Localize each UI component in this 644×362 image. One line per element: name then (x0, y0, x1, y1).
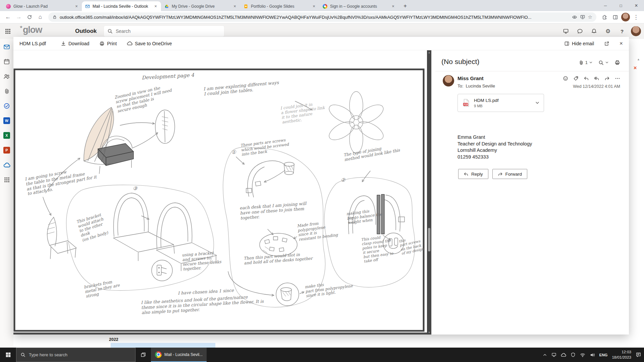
close-preview-icon[interactable]: × (620, 41, 623, 46)
outlook-search-box[interactable] (104, 26, 224, 37)
scroll-down-icon[interactable]: ▼ (427, 331, 431, 334)
reply-all-icon[interactable] (594, 76, 599, 81)
install-app-icon[interactable] (580, 14, 585, 20)
download-button[interactable]: Download (61, 41, 89, 46)
pdf-page[interactable]: Development page 4I am now exploring dif… (13, 50, 427, 335)
tab-google-signin[interactable]: Sign in – Google accounts × (319, 1, 398, 11)
sketch-annotation: Zoomed in view on the screw placement I … (114, 83, 174, 114)
tray-monitor-icon[interactable] (551, 352, 556, 357)
forward-button[interactable]: → (14, 12, 23, 22)
maximize-button[interactable]: □ (613, 0, 629, 11)
browser-menu-kebab-icon[interactable]: ⋮ (631, 12, 641, 22)
tray-network-wifi-icon[interactable] (580, 352, 585, 358)
minimize-button[interactable]: ─ (598, 0, 613, 11)
chat-icon[interactable] (573, 25, 586, 38)
categorize-tag-icon[interactable] (573, 76, 579, 81)
tab-close-icon[interactable]: × (153, 4, 158, 9)
sender-avatar[interactable] (443, 75, 454, 86)
tab-mail-outlook[interactable]: Mail - Lucinda Seville - Outlook × (82, 1, 161, 11)
download-icon (61, 41, 66, 46)
rail-word[interactable]: W (3, 117, 10, 124)
tab-google-drive[interactable]: My Drive - Google Drive × (161, 1, 240, 11)
start-button[interactable] (0, 348, 16, 362)
background-close-icon[interactable]: × (634, 65, 637, 71)
scan-border (14, 69, 424, 331)
rail-mail[interactable] (3, 43, 10, 51)
print-email-icon[interactable] (614, 60, 620, 65)
attachment-chevron-icon[interactable] (535, 101, 540, 105)
tab-close-icon[interactable]: × (232, 4, 237, 9)
more-actions-icon[interactable] (615, 76, 620, 81)
taskbar-search[interactable]: Type here to search (16, 348, 136, 362)
rail-todo[interactable] (3, 102, 10, 110)
side-panel-icon[interactable] (610, 12, 620, 22)
tray-volume-icon[interactable] (590, 352, 595, 358)
window-controls: ─ □ × (598, 0, 644, 11)
url-text: outlook.office365.com/mail/inbox/id/AAQk… (60, 15, 569, 20)
rail-excel[interactable]: X (3, 132, 10, 139)
save-to-onedrive-button[interactable]: Save to OneDrive (127, 41, 172, 46)
zoom-dropdown[interactable] (598, 60, 609, 65)
account-avatar[interactable] (631, 26, 641, 36)
tab-close-icon[interactable]: × (390, 4, 396, 9)
rail-onedrive[interactable] (3, 161, 10, 169)
lock-icon (52, 15, 57, 19)
reactions-smiley-icon[interactable] (563, 76, 568, 81)
attachment-name: HDM LS.pdf (474, 98, 499, 103)
refresh-button[interactable] (25, 12, 34, 22)
bookmark-star-icon[interactable]: ☆ (588, 14, 592, 20)
reply-button[interactable]: Reply (458, 169, 488, 179)
sketch-annotation: I am now exploring different ways I coul… (203, 80, 279, 97)
tab-google-slides[interactable]: Portfolio - Google Slides × (240, 1, 319, 11)
pdf-scrollbar[interactable]: ▲ ▼ (427, 50, 431, 335)
sketch-annotation: ① (231, 149, 236, 156)
selected-message-row[interactable] (111, 343, 215, 348)
reply-icon[interactable] (584, 76, 589, 81)
attachment-card[interactable]: HDM LS.pdf 9 MB (458, 94, 544, 112)
clock[interactable]: 12:03 18/01/2023 (612, 350, 631, 360)
search-icon (107, 28, 113, 34)
tab-close-icon[interactable]: × (74, 4, 79, 9)
glow-favicon (6, 4, 11, 9)
settings-gear-icon[interactable]: ⚙ (601, 25, 614, 38)
window-close-button[interactable]: × (629, 0, 644, 11)
header-actions: ⚙ ? (559, 24, 629, 38)
new-tab-button[interactable]: + (400, 1, 410, 11)
action-center-icon[interactable] (636, 352, 641, 358)
home-button[interactable]: ⌂ (36, 12, 45, 22)
search-input[interactable] (116, 28, 221, 34)
rail-powerpoint[interactable]: P (3, 146, 10, 154)
notifications-bell-icon[interactable] (587, 25, 600, 38)
attachments-dropdown[interactable]: 1 (579, 60, 593, 65)
forward-icon[interactable] (604, 76, 610, 81)
list-scroll-up-icon[interactable]: ▲ (637, 58, 640, 61)
url-field[interactable]: outlook.office365.com/mail/inbox/id/AAQk… (48, 12, 596, 22)
extensions-puzzle-icon[interactable] (600, 12, 609, 22)
eye-icon[interactable] (572, 14, 577, 20)
tray-security-shield-icon[interactable] (571, 352, 576, 357)
tray-onedrive-cloud-icon[interactable] (561, 352, 566, 358)
rail-people[interactable] (3, 73, 10, 80)
rail-more-apps[interactable] (3, 176, 10, 183)
scrollbar-thumb[interactable] (428, 228, 430, 251)
scroll-up-icon[interactable]: ▲ (427, 51, 431, 54)
task-view-button[interactable] (136, 348, 151, 362)
forward-button[interactable]: Forward (492, 169, 528, 179)
tray-chevron-up-icon[interactable] (543, 353, 547, 357)
rail-attachments[interactable] (3, 87, 10, 95)
google-favicon (323, 4, 327, 9)
browser-address-bar: ← → ⌂ outlook.office365.com/mail/inbox/i… (0, 11, 644, 23)
tab-glow-launchpad[interactable]: Glow - Launch Pad × (3, 1, 82, 11)
help-icon[interactable]: ? (615, 25, 629, 38)
devices-icon[interactable] (559, 25, 572, 38)
hide-email-button[interactable]: Hide email (564, 41, 594, 46)
language-indicator[interactable]: ENG (599, 353, 608, 357)
popout-icon[interactable] (604, 41, 609, 46)
tab-close-icon[interactable]: × (311, 4, 317, 9)
browser-profile-avatar[interactable] (621, 13, 630, 21)
outlook-wordmark: Outlook (75, 28, 97, 35)
back-button[interactable]: ← (3, 12, 13, 22)
print-button[interactable]: Print (99, 41, 117, 46)
taskbar-app-browser[interactable]: Mail - Lucinda Sevil... (151, 348, 207, 362)
rail-calendar[interactable] (3, 58, 10, 65)
